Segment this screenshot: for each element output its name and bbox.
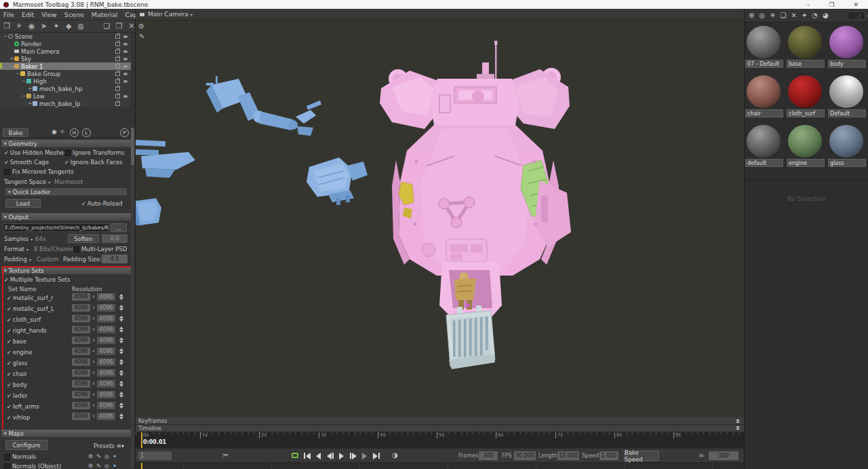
- output-section-header[interactable]: Output: [1, 213, 131, 221]
- res-y-input[interactable]: 4096: [97, 369, 115, 377]
- prev-keyframe-button[interactable]: [316, 452, 321, 459]
- render-preview-icon[interactable]: ◑: [392, 451, 398, 459]
- fix-mirrored-tangents-checkbox[interactable]: Fix Mirrored Tangents: [4, 168, 74, 175]
- maps-section-header[interactable]: Maps: [1, 430, 131, 437]
- lock-icon[interactable]: [115, 72, 120, 76]
- resolution-stepper[interactable]: [119, 326, 123, 333]
- res-y-input[interactable]: 4096: [97, 358, 115, 366]
- tree-item-sky[interactable]: + Sky: [0, 55, 131, 62]
- tree-item-bake-group[interactable]: − Bake Group: [0, 70, 131, 77]
- material-item[interactable]: 07 - Default: [745, 25, 785, 70]
- res-x-input[interactable]: 4096: [72, 369, 90, 377]
- res-y-input[interactable]: 4096: [97, 304, 115, 312]
- material-name[interactable]: cloth_surf: [787, 109, 825, 117]
- timeline-header[interactable]: Timeline: [136, 425, 744, 432]
- resolution-stepper[interactable]: [119, 316, 123, 322]
- resolution-stepper[interactable]: [119, 305, 123, 311]
- bucket-icon[interactable]: ✦: [113, 453, 117, 459]
- expander[interactable]: +: [27, 100, 33, 107]
- texture-set-row[interactable]: chair: [7, 371, 27, 377]
- viewport-gear-icon[interactable]: ⚙: [138, 22, 144, 30]
- soften-button[interactable]: Soften: [68, 234, 99, 243]
- res-y-input[interactable]: 4096: [97, 337, 115, 344]
- eye-icon[interactable]: [123, 58, 127, 60]
- expander[interactable]: +: [9, 56, 14, 62]
- res-x-input[interactable]: 4096: [72, 326, 90, 333]
- material-name[interactable]: 07 - Default: [745, 60, 783, 68]
- menu-edit[interactable]: Edit: [22, 11, 34, 18]
- texture-set-row[interactable]: metalic_surf_L: [7, 305, 54, 312]
- loop-toggle-icon[interactable]: [292, 453, 298, 458]
- delete-icon[interactable]: ✕: [128, 22, 135, 31]
- material-item[interactable]: body: [828, 25, 867, 70]
- paint-material-icon[interactable]: ✦: [802, 12, 807, 19]
- res-y-input[interactable]: 4096: [97, 315, 115, 322]
- output-path-input[interactable]: E:/Dmitry_projects/mOl/mech_lp/bakes/Rl: [3, 223, 109, 232]
- format-dropdown[interactable]: Format: [4, 246, 28, 252]
- material-item[interactable]: cloth_surf: [787, 75, 826, 119]
- tree-item-low[interactable]: − Low: [0, 92, 131, 100]
- expander[interactable]: −: [15, 71, 20, 77]
- frames-value[interactable]: 300: [479, 451, 498, 460]
- configure-button[interactable]: Configure: [5, 440, 47, 450]
- samples-dropdown[interactable]: Samples: [4, 236, 33, 242]
- texture-set-row[interactable]: engine: [7, 349, 33, 356]
- material-name[interactable]: base: [787, 60, 825, 68]
- refresh-materials-icon[interactable]: ✳: [770, 12, 775, 19]
- expander[interactable]: +: [27, 86, 33, 92]
- material-item[interactable]: chair: [745, 75, 785, 119]
- speed-value[interactable]: 1.000: [599, 451, 618, 460]
- gear-icon[interactable]: ⚙: [88, 463, 93, 469]
- menu-scene[interactable]: Scene: [64, 11, 84, 18]
- lock-icon[interactable]: [115, 57, 120, 61]
- delete-material-icon[interactable]: ✕: [791, 12, 796, 19]
- expander[interactable]: −: [21, 78, 26, 84]
- lock-icon[interactable]: [115, 87, 120, 91]
- multiple-texture-sets-checkbox[interactable]: Multiple Texture Sets: [4, 276, 70, 283]
- lock-icon[interactable]: [115, 35, 120, 39]
- tree-item-scene[interactable]: − Scene: [0, 33, 131, 40]
- lock-icon[interactable]: [115, 64, 120, 69]
- texture-sets-section-header[interactable]: Texture Sets: [1, 267, 131, 274]
- load-material-folder-icon[interactable]: ❏: [781, 12, 787, 19]
- lock-icon[interactable]: [115, 94, 120, 98]
- resolution-stepper[interactable]: [119, 402, 123, 409]
- import-folder-icon[interactable]: ❏: [103, 22, 110, 31]
- shadow-catcher-icon[interactable]: ✦: [53, 22, 60, 31]
- normals-map-checkbox[interactable]: Normals: [4, 453, 36, 460]
- menu-file[interactable]: File: [3, 11, 14, 18]
- eye-icon[interactable]: [123, 65, 127, 68]
- material-item[interactable]: default: [745, 124, 785, 169]
- quick-loader-header[interactable]: Quick Loader: [5, 188, 127, 195]
- expander[interactable]: −: [9, 63, 14, 69]
- res-x-input[interactable]: 4096: [72, 391, 90, 398]
- texture-set-row[interactable]: left_arms: [7, 403, 39, 410]
- play-range-button[interactable]: [362, 452, 367, 459]
- high-quality-button[interactable]: H: [70, 128, 79, 137]
- texture-set-row[interactable]: right_hands: [7, 327, 47, 334]
- resolution-stepper[interactable]: [119, 294, 123, 300]
- turntable-icon[interactable]: ➤: [41, 22, 47, 31]
- history-forward-icon[interactable]: ◕: [823, 12, 829, 19]
- res-x-input[interactable]: 4096: [72, 380, 90, 388]
- browse-button[interactable]: ...: [111, 223, 127, 232]
- resolution-stepper[interactable]: [119, 413, 123, 419]
- expander[interactable]: −: [3, 33, 8, 39]
- res-x-input[interactable]: 4096: [72, 358, 90, 366]
- lock-icon[interactable]: [115, 42, 120, 46]
- material-item[interactable]: base: [787, 25, 826, 70]
- material-name[interactable]: chair: [745, 109, 783, 117]
- length-value[interactable]: 10.000: [557, 451, 579, 460]
- material-name[interactable]: engine: [787, 159, 825, 167]
- pencil-icon[interactable]: ✎: [96, 463, 101, 469]
- smooth-cage-checkbox[interactable]: Smooth Cage: [4, 159, 49, 166]
- load-button[interactable]: Load: [5, 199, 41, 208]
- viewport-3d[interactable]: ⚙ ✎: [136, 20, 744, 417]
- maximize-button[interactable]: ❐: [829, 1, 834, 8]
- link-icon[interactable]: ∞: [698, 451, 704, 459]
- bake-speed-button[interactable]: Bake Speed: [624, 451, 659, 461]
- res-y-input[interactable]: 4096: [97, 293, 115, 301]
- material-item[interactable]: Default: [828, 75, 867, 119]
- magnify-icon[interactable]: ◎: [104, 463, 109, 469]
- gear-icon[interactable]: ⚙: [88, 453, 93, 459]
